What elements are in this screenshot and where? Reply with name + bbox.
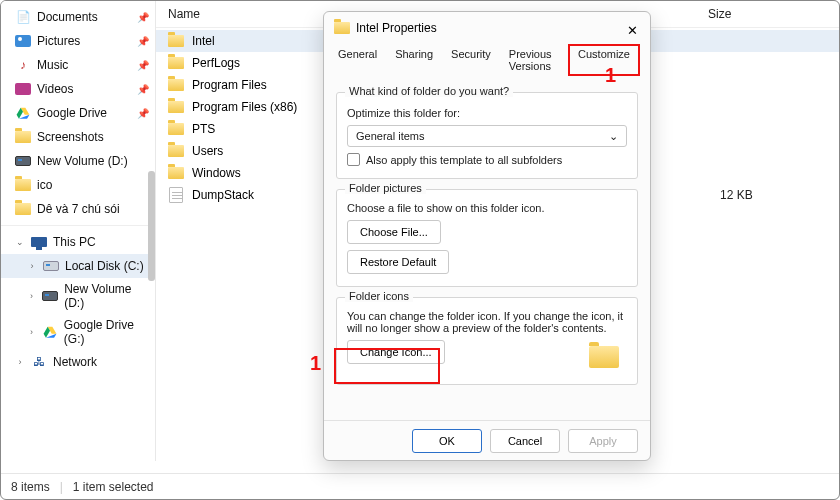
- checkbox-icon: [347, 153, 360, 166]
- documents-icon: 📄: [15, 9, 31, 25]
- disk-icon: [15, 153, 31, 169]
- icons-hint: You can change the folder icon. If you c…: [347, 310, 627, 334]
- separator: [1, 225, 155, 226]
- combo-value: General items: [356, 130, 424, 142]
- sidebar-item-gdrive[interactable]: Google Drive📌: [1, 101, 155, 125]
- checkbox-label: Also apply this template to all subfolde…: [366, 154, 562, 166]
- folder-icon: [168, 99, 184, 115]
- sidebar-item-pictures[interactable]: Pictures📌: [1, 29, 155, 53]
- choose-file-button[interactable]: Choose File...: [347, 220, 441, 244]
- column-size[interactable]: Size: [678, 7, 798, 21]
- sidebar-item-label: Videos: [37, 82, 73, 96]
- sidebar-item-label: Documents: [37, 10, 98, 24]
- optimize-label: Optimize this folder for:: [347, 107, 627, 119]
- sidebar-item-label: Google Drive: [37, 106, 107, 120]
- sidebar-item-videos[interactable]: Videos📌: [1, 77, 155, 101]
- sidebar-item-label: Music: [37, 58, 68, 72]
- properties-dialog: Intel Properties ✕ General Sharing Secur…: [323, 11, 651, 461]
- sidebar-item-label: New Volume (D:): [64, 282, 147, 310]
- chevron-right-icon[interactable]: ›: [27, 291, 36, 301]
- separator: |: [60, 480, 63, 494]
- dialog-body: What kind of folder do you want? Optimiz…: [324, 76, 650, 385]
- pc-icon: [31, 234, 47, 250]
- ok-button[interactable]: OK: [412, 429, 482, 453]
- sidebar-item-newvol[interactable]: New Volume (D:): [1, 149, 155, 173]
- pin-icon: 📌: [137, 12, 149, 23]
- dialog-footer: OK Cancel Apply: [324, 420, 650, 460]
- disk-icon: [43, 258, 59, 274]
- restore-default-button[interactable]: Restore Default: [347, 250, 449, 274]
- folder-icon: [168, 121, 184, 137]
- file-size: 12 KB: [720, 188, 753, 202]
- disk-icon: [42, 288, 58, 304]
- cancel-button[interactable]: Cancel: [490, 429, 560, 453]
- chevron-right-icon[interactable]: ›: [15, 357, 25, 367]
- pin-icon: 📌: [137, 108, 149, 119]
- sidebar-item-label: This PC: [53, 235, 96, 249]
- sidebar-item-label: New Volume (D:): [37, 154, 128, 168]
- pin-icon: 📌: [137, 84, 149, 95]
- gdrive-icon: [15, 105, 31, 121]
- sidebar-item-ico[interactable]: ico: [1, 173, 155, 197]
- folder-icon: [168, 55, 184, 71]
- sidebar-item-documents[interactable]: 📄Documents📌: [1, 5, 155, 29]
- sidebar-item-label: Dê và 7 chú sói: [37, 202, 120, 216]
- annotation-number: 1: [310, 352, 321, 375]
- annotation-box: [334, 348, 440, 384]
- tab-sharing[interactable]: Sharing: [391, 44, 437, 76]
- tab-security[interactable]: Security: [447, 44, 495, 76]
- sidebar-item-gdrive-g[interactable]: ›Google Drive (G:): [1, 314, 155, 350]
- sidebar-item-label: Local Disk (C:): [65, 259, 144, 273]
- scrollbar-thumb[interactable]: [148, 171, 155, 281]
- chevron-down-icon[interactable]: ⌄: [15, 237, 25, 247]
- folder-icon: [168, 33, 184, 49]
- sidebar-item-screenshots[interactable]: Screenshots: [1, 125, 155, 149]
- network-icon: 🖧: [31, 354, 47, 370]
- chevron-right-icon[interactable]: ›: [27, 261, 37, 271]
- sidebar-item-label: Screenshots: [37, 130, 104, 144]
- music-icon: ♪: [15, 57, 31, 73]
- sidebar-item-network[interactable]: ›🖧Network: [1, 350, 155, 374]
- sidebar-item-localdisk[interactable]: ›Local Disk (C:): [1, 254, 155, 278]
- apply-button[interactable]: Apply: [568, 429, 638, 453]
- sidebar-item-newvol-d[interactable]: ›New Volume (D:): [1, 278, 155, 314]
- sidebar-item-thispc[interactable]: ⌄This PC: [1, 230, 155, 254]
- annotation-number: 1: [605, 64, 616, 87]
- folder-icon: [168, 143, 184, 159]
- sidebar-item-folder[interactable]: Dê và 7 chú sói: [1, 197, 155, 221]
- tab-general[interactable]: General: [334, 44, 381, 76]
- folder-icon: [334, 20, 350, 36]
- gdrive-icon: [42, 324, 58, 340]
- tab-previous-versions[interactable]: Previous Versions: [505, 44, 558, 76]
- group-label: Folder pictures: [345, 182, 426, 194]
- group-kind: What kind of folder do you want? Optimiz…: [336, 92, 638, 179]
- dialog-title-text: Intel Properties: [356, 21, 437, 35]
- also-apply-checkbox[interactable]: Also apply this template to all subfolde…: [347, 153, 627, 166]
- sidebar-item-label: Google Drive (G:): [64, 318, 147, 346]
- sidebar-item-music[interactable]: ♪Music📌: [1, 53, 155, 77]
- status-count: 8 items: [11, 480, 50, 494]
- group-label: Folder icons: [345, 290, 413, 302]
- pin-icon: 📌: [137, 60, 149, 71]
- folder-icon: [15, 129, 31, 145]
- nav-pane: 📄Documents📌 Pictures📌 ♪Music📌 Videos📌 Go…: [1, 1, 156, 461]
- chevron-right-icon[interactable]: ›: [27, 327, 36, 337]
- pictures-hint: Choose a file to show on this folder ico…: [347, 202, 627, 214]
- optimize-combo[interactable]: General items ⌄: [347, 125, 627, 147]
- sidebar-item-label: Pictures: [37, 34, 80, 48]
- pin-icon: 📌: [137, 36, 149, 47]
- group-label: What kind of folder do you want?: [345, 85, 513, 97]
- chevron-down-icon: ⌄: [609, 130, 618, 143]
- close-button[interactable]: ✕: [622, 20, 642, 40]
- group-pictures: Folder pictures Choose a file to show on…: [336, 189, 638, 287]
- status-bar: 8 items | 1 item selected: [1, 473, 839, 499]
- folder-icon: [168, 165, 184, 181]
- dialog-titlebar[interactable]: Intel Properties: [324, 12, 650, 44]
- videos-icon: [15, 81, 31, 97]
- folder-preview-icon: [589, 346, 619, 368]
- status-selected: 1 item selected: [73, 480, 154, 494]
- file-icon: [168, 187, 184, 203]
- folder-icon: [168, 77, 184, 93]
- folder-icon: [15, 201, 31, 217]
- pictures-icon: [15, 33, 31, 49]
